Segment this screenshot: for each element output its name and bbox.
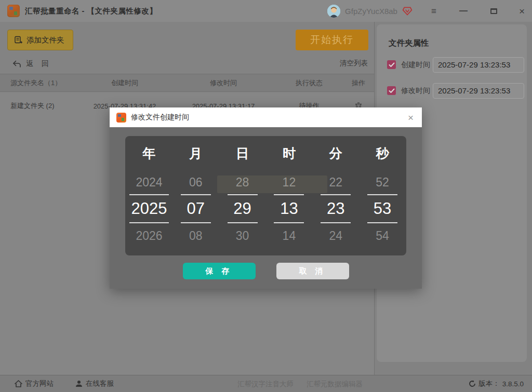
picker-column-day[interactable]: 日 28 29 30 — [223, 136, 262, 255]
table-header: 源文件夹名（1） 创建时间 修改时间 执行状态 操作 — [0, 74, 374, 92]
created-time-checkbox[interactable] — [387, 60, 396, 69]
picker-header-hour: 时 — [283, 142, 296, 164]
picker-day-prev[interactable]: 28 — [236, 170, 249, 194]
menu-icon[interactable]: ≡ — [431, 7, 436, 16]
datetime-picker[interactable]: 年 2024 2025 2026 月 06 07 08 日 28 29 30 时… — [125, 136, 406, 255]
username: GfpZyYucX8ab — [345, 7, 397, 16]
online-service-link[interactable]: 在线客服 — [75, 375, 114, 392]
picker-year-selected[interactable]: 2025 — [129, 194, 169, 223]
picker-month-prev[interactable]: 06 — [189, 170, 203, 194]
title-bar: 汇帮批量重命名 - 【文件夹属性修改】 GfpZyYucX8ab ≡ — × — [0, 0, 532, 22]
picker-header-month: 月 — [189, 142, 202, 164]
panel-title: 文件夹属性 — [389, 38, 429, 49]
picker-month-next[interactable]: 08 — [189, 223, 203, 247]
picker-column-year[interactable]: 年 2024 2025 2026 — [129, 136, 169, 255]
created-time-row: 创建时间 2025-07-29 13:23:53 — [377, 57, 527, 73]
created-time-input[interactable]: 2025-07-29 13:23:53 — [433, 57, 524, 73]
version-value: 3.8.5.0 — [502, 380, 524, 388]
minimize-button[interactable]: — — [459, 7, 468, 15]
modify-created-time-dialog: 修改文件创建时间 × 年 2024 2025 2026 月 06 07 08 日… — [110, 107, 422, 289]
dialog-body: 年 2024 2025 2026 月 06 07 08 日 28 29 30 时… — [110, 127, 422, 289]
picker-hour-next[interactable]: 14 — [283, 223, 296, 247]
official-site-link[interactable]: 官方网站 — [15, 375, 54, 392]
version-label: 版本： — [478, 379, 500, 388]
window-title: 汇帮批量重命名 - 【文件夹属性修改】 — [25, 6, 157, 16]
cancel-button[interactable]: 取 消 — [276, 263, 349, 279]
back-label: 返 回 — [26, 59, 52, 69]
row-folder-name: 新建文件夹 (2) — [0, 101, 78, 111]
column-header-status: 执行状态 — [275, 78, 343, 88]
add-folder-icon — [14, 36, 22, 44]
modified-time-label: 修改时间 — [401, 86, 430, 96]
back-icon — [12, 60, 21, 68]
online-service-label: 在线客服 — [86, 379, 114, 388]
picker-day-selected[interactable]: 29 — [228, 194, 258, 223]
clear-list-button[interactable]: 清空列表 — [340, 59, 368, 68]
dialog-app-icon — [116, 113, 126, 123]
person-icon — [75, 380, 83, 387]
picker-column-hour[interactable]: 时 12 13 14 — [269, 136, 309, 255]
footer-link-metadata[interactable]: 汇帮元数据编辑器 — [307, 380, 363, 389]
user-avatar[interactable] — [327, 5, 340, 18]
picker-column-month[interactable]: 月 06 07 08 — [176, 136, 216, 255]
maximize-button[interactable] — [490, 8, 497, 14]
picker-month-selected[interactable]: 07 — [181, 194, 211, 223]
footer: 官方网站 在线客服 汇帮汉字注音大师 汇帮元数据编辑器 版本： 3.8.5.0 — [0, 375, 532, 392]
picker-second-next[interactable]: 54 — [376, 223, 389, 247]
picker-header-second: 秒 — [376, 142, 389, 164]
picker-minute-selected[interactable]: 23 — [321, 194, 351, 223]
picker-header-day: 日 — [236, 142, 249, 164]
picker-second-selected[interactable]: 53 — [367, 194, 397, 223]
version-info: 版本： 3.8.5.0 — [469, 375, 524, 392]
dialog-buttons: 保 存 取 消 — [110, 263, 422, 279]
close-button[interactable]: × — [519, 6, 525, 16]
picker-minute-prev[interactable]: 22 — [329, 170, 342, 194]
column-header-actions: 操作 — [343, 78, 374, 88]
picker-hour-prev[interactable]: 12 — [283, 170, 296, 194]
picker-year-prev[interactable]: 2024 — [136, 170, 162, 194]
modified-time-row: 修改时间 2025-07-29 13:23:53 — [377, 83, 527, 99]
official-site-label: 官方网站 — [25, 379, 54, 388]
add-folder-label: 添加文件夹 — [26, 35, 64, 45]
column-header-modified: 修改时间 — [171, 78, 275, 88]
dialog-title-bar: 修改文件创建时间 × — [110, 107, 422, 127]
picker-header-minute: 分 — [329, 142, 342, 164]
picker-column-second[interactable]: 秒 52 53 54 — [363, 136, 402, 255]
modified-time-checkbox[interactable] — [387, 86, 396, 95]
save-button[interactable]: 保 存 — [183, 263, 256, 279]
picker-day-next[interactable]: 30 — [236, 223, 249, 247]
home-icon — [15, 380, 22, 387]
footer-link-pinyin[interactable]: 汇帮汉字注音大师 — [237, 380, 294, 389]
column-header-source-name: 源文件夹名（1） — [0, 78, 78, 88]
picker-minute-next[interactable]: 24 — [329, 223, 342, 247]
dialog-close-button[interactable]: × — [406, 113, 415, 123]
picker-second-prev[interactable]: 52 — [376, 170, 389, 194]
avatar-face-icon — [327, 5, 340, 18]
picker-hour-selected[interactable]: 13 — [274, 194, 304, 223]
picker-header-year: 年 — [143, 142, 156, 164]
modified-time-input[interactable]: 2025-07-29 13:23:53 — [433, 83, 524, 99]
picker-column-minute[interactable]: 分 22 23 24 — [316, 136, 355, 255]
refresh-icon[interactable] — [469, 380, 476, 387]
dialog-title: 修改文件创建时间 — [131, 113, 189, 122]
start-execute-button[interactable]: 开始执行 — [296, 30, 368, 50]
back-button[interactable]: 返 回 — [12, 57, 52, 71]
add-folder-button[interactable]: 添加文件夹 — [7, 30, 73, 50]
app-icon — [7, 5, 20, 17]
vip-gem-icon[interactable] — [402, 6, 413, 16]
column-header-created: 创建时间 — [78, 78, 171, 88]
picker-year-next[interactable]: 2026 — [136, 223, 162, 247]
maximize-icon — [490, 8, 497, 14]
created-time-label: 创建时间 — [401, 60, 430, 70]
